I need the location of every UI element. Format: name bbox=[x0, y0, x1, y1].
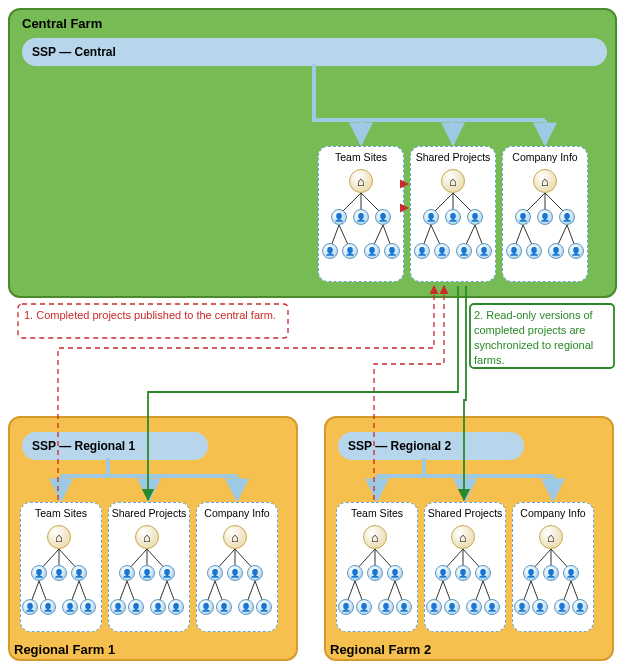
site-label: Team Sites bbox=[351, 507, 403, 519]
central-site-company: Company Info ⌂👤👤👤👤👤👤👤 bbox=[502, 146, 588, 282]
user-icon: 👤 bbox=[159, 565, 175, 581]
user-icon: 👤 bbox=[247, 565, 263, 581]
site-label: Shared Projects bbox=[416, 151, 491, 163]
user-icon: 👤 bbox=[387, 565, 403, 581]
site-label: Company Info bbox=[512, 151, 577, 163]
user-icon: 👤 bbox=[110, 599, 126, 615]
r1-site-shared: Shared Projects ⌂👤👤👤👤👤👤👤 bbox=[108, 502, 190, 632]
user-icon: 👤 bbox=[526, 243, 542, 259]
user-icon: 👤 bbox=[256, 599, 272, 615]
site-label: Team Sites bbox=[335, 151, 387, 163]
site-tree: ⌂👤👤👤👤👤👤👤 bbox=[338, 521, 416, 629]
user-icon: 👤 bbox=[414, 243, 430, 259]
site-tree: ⌂👤👤👤👤👤👤👤 bbox=[514, 521, 592, 629]
site-label: Team Sites bbox=[35, 507, 87, 519]
user-icon: 👤 bbox=[71, 565, 87, 581]
user-icon: 👤 bbox=[466, 599, 482, 615]
user-icon: 👤 bbox=[455, 565, 471, 581]
user-icon: 👤 bbox=[353, 209, 369, 225]
user-icon: 👤 bbox=[150, 599, 166, 615]
home-icon: ⌂ bbox=[47, 525, 71, 549]
user-icon: 👤 bbox=[467, 209, 483, 225]
user-icon: 👤 bbox=[168, 599, 184, 615]
site-label: Shared Projects bbox=[428, 507, 503, 519]
user-icon: 👤 bbox=[563, 565, 579, 581]
user-icon: 👤 bbox=[342, 243, 358, 259]
user-icon: 👤 bbox=[515, 209, 531, 225]
user-icon: 👤 bbox=[139, 565, 155, 581]
user-icon: 👤 bbox=[445, 209, 461, 225]
site-tree: ⌂👤👤👤👤👤👤👤 bbox=[506, 165, 584, 273]
site-tree: ⌂👤👤👤👤👤👤👤 bbox=[414, 165, 492, 273]
regional-farm-2-title: Regional Farm 2 bbox=[330, 642, 431, 657]
ssp-regional-1-label: SSP — Regional 1 bbox=[32, 439, 135, 453]
user-icon: 👤 bbox=[51, 565, 67, 581]
user-icon: 👤 bbox=[216, 599, 232, 615]
user-icon: 👤 bbox=[484, 599, 500, 615]
user-icon: 👤 bbox=[378, 599, 394, 615]
user-icon: 👤 bbox=[227, 565, 243, 581]
user-icon: 👤 bbox=[423, 209, 439, 225]
user-icon: 👤 bbox=[435, 565, 451, 581]
user-icon: 👤 bbox=[367, 565, 383, 581]
user-icon: 👤 bbox=[40, 599, 56, 615]
user-icon: 👤 bbox=[62, 599, 78, 615]
user-icon: 👤 bbox=[506, 243, 522, 259]
user-icon: 👤 bbox=[356, 599, 372, 615]
site-tree: ⌂👤👤👤👤👤👤👤 bbox=[110, 521, 188, 629]
annotation-sync: 2. Read-only versions of completed proje… bbox=[474, 308, 614, 367]
user-icon: 👤 bbox=[331, 209, 347, 225]
user-icon: 👤 bbox=[456, 243, 472, 259]
annotation-publish: 1. Completed projects published to the c… bbox=[24, 308, 304, 323]
user-icon: 👤 bbox=[198, 599, 214, 615]
central-site-shared: Shared Projects ⌂👤👤👤👤👤👤👤 bbox=[410, 146, 496, 282]
site-label: Shared Projects bbox=[112, 507, 187, 519]
ssp-central: SSP — Central bbox=[22, 38, 607, 66]
user-icon: 👤 bbox=[22, 599, 38, 615]
user-icon: 👤 bbox=[568, 243, 584, 259]
user-icon: 👤 bbox=[475, 565, 491, 581]
site-label: Company Info bbox=[204, 507, 269, 519]
site-tree: ⌂👤👤👤👤👤👤👤 bbox=[198, 521, 276, 629]
user-icon: 👤 bbox=[537, 209, 553, 225]
user-icon: 👤 bbox=[31, 565, 47, 581]
home-icon: ⌂ bbox=[135, 525, 159, 549]
site-label: Company Info bbox=[520, 507, 585, 519]
user-icon: 👤 bbox=[559, 209, 575, 225]
r2-site-company: Company Info ⌂👤👤👤👤👤👤👤 bbox=[512, 502, 594, 632]
user-icon: 👤 bbox=[548, 243, 564, 259]
home-icon: ⌂ bbox=[223, 525, 247, 549]
user-icon: 👤 bbox=[434, 243, 450, 259]
r1-site-company: Company Info ⌂👤👤👤👤👤👤👤 bbox=[196, 502, 278, 632]
user-icon: 👤 bbox=[238, 599, 254, 615]
r2-site-shared: Shared Projects ⌂👤👤👤👤👤👤👤 bbox=[424, 502, 506, 632]
user-icon: 👤 bbox=[426, 599, 442, 615]
user-icon: 👤 bbox=[338, 599, 354, 615]
user-icon: 👤 bbox=[523, 565, 539, 581]
diagram-canvas: Central Farm SSP — Central SSP — Regiona… bbox=[8, 8, 617, 661]
ssp-regional-2-label: SSP — Regional 2 bbox=[348, 439, 451, 453]
home-icon: ⌂ bbox=[533, 169, 557, 193]
user-icon: 👤 bbox=[476, 243, 492, 259]
user-icon: 👤 bbox=[396, 599, 412, 615]
home-icon: ⌂ bbox=[539, 525, 563, 549]
ssp-central-label: SSP — Central bbox=[32, 45, 116, 59]
ssp-regional-2: SSP — Regional 2 bbox=[338, 432, 524, 460]
regional-farm-1-title: Regional Farm 1 bbox=[14, 642, 115, 657]
user-icon: 👤 bbox=[322, 243, 338, 259]
user-icon: 👤 bbox=[207, 565, 223, 581]
user-icon: 👤 bbox=[532, 599, 548, 615]
central-farm-title: Central Farm bbox=[22, 16, 102, 31]
r2-site-team: Team Sites ⌂👤👤👤👤👤👤👤 bbox=[336, 502, 418, 632]
user-icon: 👤 bbox=[384, 243, 400, 259]
home-icon: ⌂ bbox=[451, 525, 475, 549]
user-icon: 👤 bbox=[347, 565, 363, 581]
user-icon: 👤 bbox=[572, 599, 588, 615]
user-icon: 👤 bbox=[554, 599, 570, 615]
user-icon: 👤 bbox=[543, 565, 559, 581]
user-icon: 👤 bbox=[119, 565, 135, 581]
user-icon: 👤 bbox=[444, 599, 460, 615]
site-tree: ⌂👤👤👤👤👤👤👤 bbox=[426, 521, 504, 629]
user-icon: 👤 bbox=[128, 599, 144, 615]
r1-site-team: Team Sites ⌂👤👤👤👤👤👤👤 bbox=[20, 502, 102, 632]
